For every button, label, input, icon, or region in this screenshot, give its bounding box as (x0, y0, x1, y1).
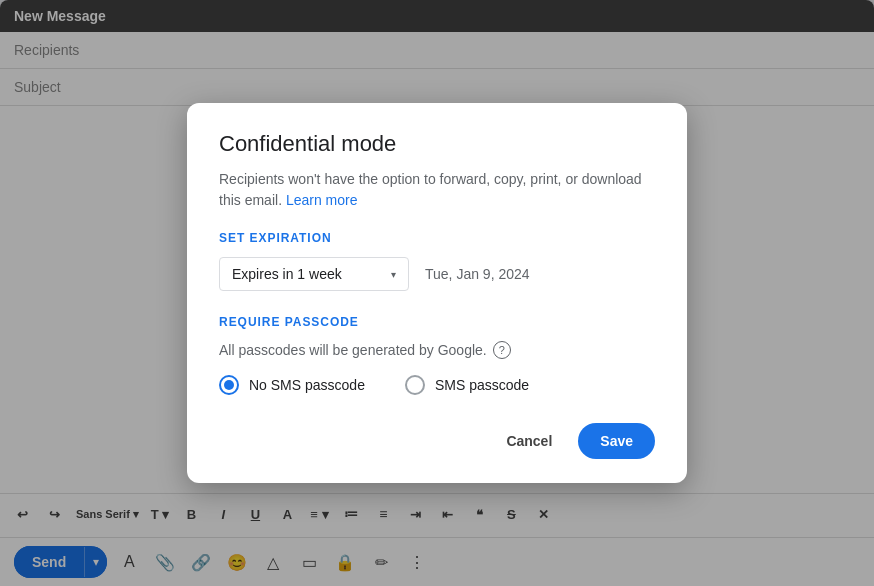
set-expiration-label: SET EXPIRATION (219, 231, 655, 245)
save-button[interactable]: Save (578, 423, 655, 459)
expiration-row: Expires in 1 week Expires in 1 day Expir… (219, 257, 655, 291)
modal-actions: Cancel Save (219, 423, 655, 459)
sms-option[interactable]: SMS passcode (405, 375, 529, 395)
chevron-down-icon: ▾ (391, 269, 396, 280)
expiration-select[interactable]: Expires in 1 week Expires in 1 day Expir… (219, 257, 409, 291)
learn-more-link[interactable]: Learn more (286, 192, 358, 208)
require-passcode-label: REQUIRE PASSCODE (219, 315, 655, 329)
cancel-button[interactable]: Cancel (488, 423, 570, 459)
sms-label: SMS passcode (435, 377, 529, 393)
passcode-radio-group: No SMS passcode SMS passcode (219, 375, 655, 395)
no-sms-radio[interactable] (219, 375, 239, 395)
help-icon[interactable]: ? (493, 341, 511, 359)
modal-overlay: Confidential mode Recipients won't have … (0, 0, 874, 586)
confidential-mode-modal: Confidential mode Recipients won't have … (187, 103, 687, 483)
modal-description: Recipients won't have the option to forw… (219, 169, 655, 211)
no-sms-label: No SMS passcode (249, 377, 365, 393)
expiration-dropdown[interactable]: Expires in 1 week Expires in 1 day Expir… (232, 266, 383, 282)
expiration-date: Tue, Jan 9, 2024 (425, 266, 530, 282)
modal-title: Confidential mode (219, 131, 655, 157)
no-sms-option[interactable]: No SMS passcode (219, 375, 365, 395)
passcode-info-row: All passcodes will be generated by Googl… (219, 341, 655, 359)
sms-radio[interactable] (405, 375, 425, 395)
